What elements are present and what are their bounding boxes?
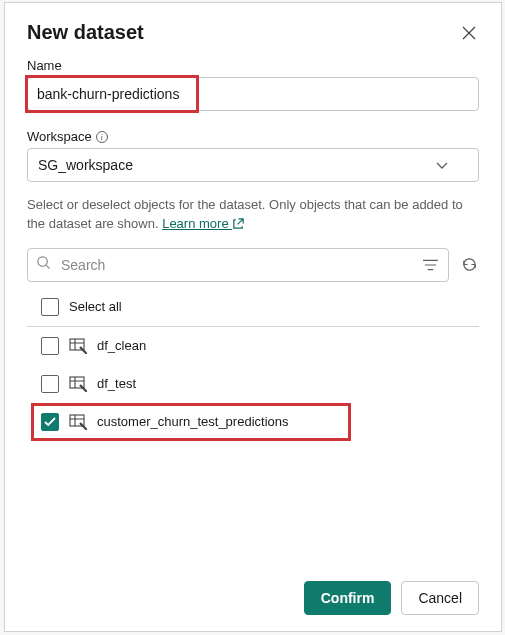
checkmark-icon [44, 417, 56, 427]
list-item[interactable]: customer_churn_test_predictions [27, 403, 479, 441]
item-checkbox[interactable] [41, 375, 59, 393]
refresh-button[interactable] [459, 255, 479, 275]
workspace-value: SG_workspace [38, 157, 133, 173]
table-icon [69, 376, 87, 392]
search-icon [36, 255, 51, 274]
item-checkbox[interactable] [41, 413, 59, 431]
search-row [27, 248, 479, 282]
name-input[interactable] [27, 77, 479, 111]
close-button[interactable] [459, 23, 479, 43]
dialog-title: New dataset [27, 21, 144, 44]
dialog-footer: Confirm Cancel [27, 565, 479, 631]
svg-point-0 [38, 257, 47, 266]
external-link-icon [232, 216, 245, 231]
item-checkbox[interactable] [41, 337, 59, 355]
list-item[interactable]: df_clean [27, 327, 479, 365]
item-label: customer_churn_test_predictions [97, 414, 289, 429]
select-all-label: Select all [69, 299, 122, 314]
filter-icon[interactable] [420, 255, 440, 275]
list-item[interactable]: df_test [27, 365, 479, 403]
item-label: df_test [97, 376, 136, 391]
search-box[interactable] [27, 248, 449, 282]
select-all-row[interactable]: Select all [27, 290, 479, 327]
dialog-header: New dataset [27, 21, 479, 44]
helper-text: Select or deselect objects for the datas… [27, 196, 479, 234]
workspace-select[interactable]: SG_workspace [27, 148, 479, 182]
workspace-field-wrap: SG_workspace [27, 148, 479, 182]
table-icon [69, 338, 87, 354]
close-icon [462, 26, 476, 40]
object-list: Select all df_clean df_test customer_chu… [27, 290, 479, 565]
workspace-label: Workspace i [27, 129, 479, 144]
table-icon [69, 414, 87, 430]
learn-more-link[interactable]: Learn more [162, 216, 232, 231]
search-input[interactable] [59, 256, 412, 274]
confirm-button[interactable]: Confirm [304, 581, 392, 615]
item-label: df_clean [97, 338, 146, 353]
info-icon[interactable]: i [96, 131, 108, 143]
name-field-wrap [27, 77, 479, 111]
new-dataset-dialog: New dataset Name Workspace i SG_workspac… [4, 2, 502, 632]
workspace-label-text: Workspace [27, 129, 92, 144]
chevron-down-icon [436, 157, 448, 173]
name-label: Name [27, 58, 479, 73]
select-all-checkbox[interactable] [41, 298, 59, 316]
refresh-icon [461, 256, 478, 273]
cancel-button[interactable]: Cancel [401, 581, 479, 615]
